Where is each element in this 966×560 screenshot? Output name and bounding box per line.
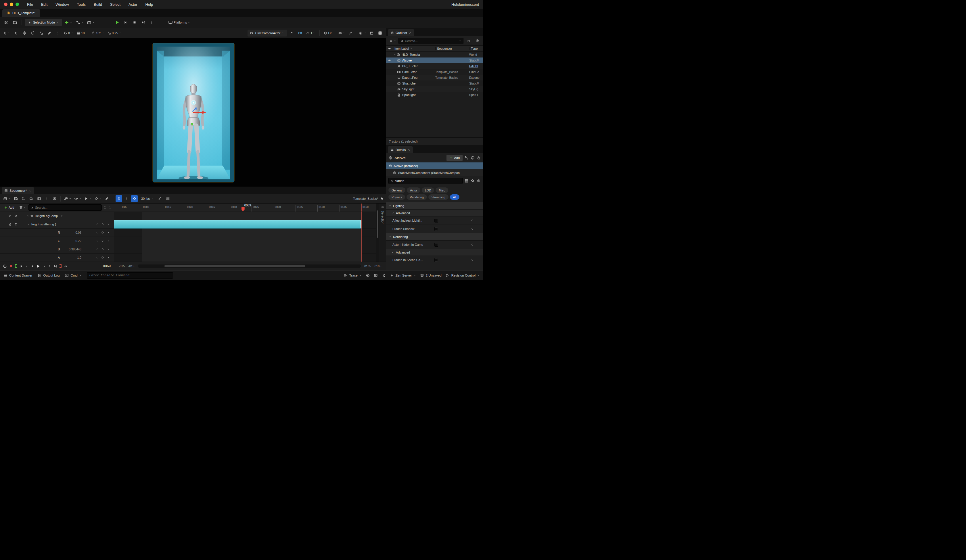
checkbox[interactable] xyxy=(434,219,438,222)
snapping-toggle-button[interactable] xyxy=(116,195,122,202)
window-close-button[interactable] xyxy=(4,3,8,6)
playback-start-marker[interactable] xyxy=(142,204,142,212)
lock-icon[interactable] xyxy=(380,197,383,200)
filter-general[interactable]: General xyxy=(388,187,406,193)
viewport-settings-button[interactable] xyxy=(358,29,367,37)
target-icon[interactable] xyxy=(366,273,370,278)
menu-tools[interactable]: Tools xyxy=(77,2,86,7)
channel-row-r[interactable]: R -0.06 xyxy=(0,228,114,237)
stop-button[interactable] xyxy=(131,19,138,26)
channel-row-g[interactable]: G 0.22 xyxy=(0,237,114,245)
tab-details[interactable]: Details xyxy=(388,146,413,153)
playback-options-button[interactable] xyxy=(84,195,92,202)
pilot-camera-button[interactable] xyxy=(297,29,304,37)
rotation-snap-control[interactable]: 10° xyxy=(90,30,105,36)
maximize-viewport-button[interactable] xyxy=(368,29,375,37)
track-filter-button[interactable] xyxy=(18,204,27,211)
create-folder-button[interactable] xyxy=(465,37,472,44)
filter-actor[interactable]: Actor xyxy=(407,187,420,193)
track-row-fog-inscattering[interactable]: Fog Inscattering ( xyxy=(0,220,114,228)
help-icon[interactable] xyxy=(471,156,475,160)
channel-value[interactable]: 1.0 xyxy=(63,256,81,259)
expander-icon[interactable] xyxy=(26,215,30,217)
checkbox[interactable] xyxy=(434,227,438,231)
prev-key-icon[interactable] xyxy=(95,223,98,226)
keyframe-diamond-icon[interactable] xyxy=(471,227,474,230)
collapse-all-icon[interactable] xyxy=(104,206,107,209)
advance-button[interactable] xyxy=(140,19,146,26)
surface-snap-button[interactable] xyxy=(46,29,53,37)
timeline-ruler[interactable]: -015 0000 0015 0030 0045 0060 0075 0090 … xyxy=(114,204,376,212)
outliner-row-exponential-fog[interactable]: Expo...Fog Template_Basics Expone xyxy=(386,75,483,80)
filter-physics[interactable]: Physics xyxy=(388,194,405,200)
record-button[interactable] xyxy=(9,264,13,268)
menu-help[interactable]: Help xyxy=(145,2,153,7)
next-key-icon[interactable] xyxy=(107,256,110,259)
row-sequencer[interactable]: Template_Basics xyxy=(435,70,469,74)
sequencer-save-button[interactable] xyxy=(12,195,19,202)
expander-icon[interactable] xyxy=(393,53,396,56)
timeline-tracks-area[interactable] xyxy=(114,212,376,261)
prev-key-icon[interactable] xyxy=(95,256,98,259)
timeline-horizontal-scrollbar[interactable] xyxy=(138,264,361,268)
details-search[interactable] xyxy=(388,178,463,184)
close-icon[interactable] xyxy=(28,189,31,192)
sequencer-timeline[interactable]: -015 0000 0015 0030 0045 0060 0075 0090 … xyxy=(114,204,376,261)
hierarchy-button[interactable] xyxy=(51,195,58,202)
play-button[interactable] xyxy=(114,19,121,26)
details-settings-icon[interactable] xyxy=(477,179,481,183)
selection-range-rail[interactable]: Selection xyxy=(379,204,386,261)
add-key-icon[interactable] xyxy=(101,223,104,226)
subcategory-advanced[interactable]: Advanced xyxy=(386,210,483,217)
rotate-tool-button[interactable] xyxy=(29,29,36,37)
grid-snap-control[interactable]: 10 xyxy=(76,30,89,36)
snapping-options-button[interactable] xyxy=(123,195,130,202)
add-key-icon[interactable] xyxy=(101,248,104,251)
visibility-eye-icon[interactable] xyxy=(386,59,393,62)
menu-actor[interactable]: Actor xyxy=(128,2,137,7)
viewport-options-button[interactable] xyxy=(2,29,11,37)
type-column[interactable]: Type xyxy=(469,47,483,50)
playback-end-marker[interactable] xyxy=(361,204,362,212)
details-instance-row[interactable]: Alcove (Instance) xyxy=(386,163,483,169)
close-icon[interactable] xyxy=(409,31,412,34)
filter-streaming[interactable]: Streaming xyxy=(429,194,449,200)
sequencer-column[interactable]: Sequencer xyxy=(435,47,469,50)
render-movie-button[interactable] xyxy=(36,195,42,202)
next-key-icon[interactable] xyxy=(107,231,110,234)
show-flags-button[interactable] xyxy=(337,29,346,37)
move-tool-button[interactable] xyxy=(21,29,28,37)
outliner-row-bp-character[interactable]: BP_T...cter Edit Bl xyxy=(386,63,483,69)
loop-button[interactable] xyxy=(64,264,67,268)
camera-selector-dropdown[interactable]: CineCameraActor xyxy=(248,30,287,36)
zen-server-dropdown[interactable]: Zen Server xyxy=(390,273,416,278)
select-tool-button[interactable] xyxy=(13,29,20,37)
keyframe-options-button[interactable] xyxy=(94,195,102,202)
channel-value[interactable]: 0.22 xyxy=(63,239,81,243)
next-key-icon[interactable] xyxy=(107,240,110,242)
outliner-row-alcove[interactable]: Alcove StaticM xyxy=(386,57,483,63)
checkbox[interactable] xyxy=(434,243,438,247)
keyframe-nav[interactable] xyxy=(95,223,110,226)
outliner-row-shadowcatcher[interactable]: Sha...cher StaticM xyxy=(386,80,483,86)
checkbox[interactable] xyxy=(434,258,438,262)
chevron-down-icon[interactable] xyxy=(459,40,462,42)
step-forward-button[interactable] xyxy=(43,264,46,268)
unsaved-indicator[interactable]: 2 Unsaved xyxy=(420,273,442,278)
track-toggles[interactable] xyxy=(0,223,26,226)
subcategory-advanced[interactable]: Advanced xyxy=(386,249,483,256)
track-row-heightfog[interactable]: HeightFogComp xyxy=(0,212,114,220)
step-back-button[interactable] xyxy=(31,264,34,268)
favorites-icon[interactable] xyxy=(471,179,475,183)
menu-edit[interactable]: Edit xyxy=(41,2,48,7)
timeline-vertical-scrollbar[interactable] xyxy=(376,204,379,261)
next-key-icon[interactable] xyxy=(107,223,110,226)
platforms-dropdown[interactable]: Platforms xyxy=(167,19,191,26)
fog-section-band[interactable] xyxy=(114,220,361,228)
window-zoom-button[interactable] xyxy=(15,3,19,6)
keyframe-nav[interactable] xyxy=(95,248,110,251)
effects-button[interactable] xyxy=(348,29,356,37)
scrollbar-thumb[interactable] xyxy=(164,265,305,268)
keyframe-diamond-icon[interactable] xyxy=(471,219,474,222)
filter-misc[interactable]: Misc xyxy=(435,187,448,193)
